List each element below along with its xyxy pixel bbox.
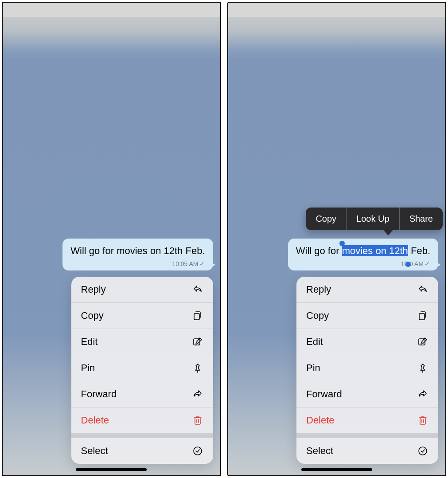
menu-label: Select	[306, 445, 333, 457]
menu-item-reply[interactable]: Reply	[296, 277, 438, 303]
menu-divider	[296, 434, 438, 438]
message-text: Will go for movies on 12th Feb.	[70, 245, 205, 256]
selection-start-handle[interactable]	[339, 241, 345, 246]
menu-label: Forward	[81, 388, 117, 400]
content-area: Will go for movies on 12th Feb. 10:05 AM…	[3, 239, 220, 475]
message-time-right: AM	[413, 260, 424, 267]
menu-label: Delete	[306, 415, 335, 426]
menu-item-select[interactable]: Select	[296, 438, 438, 464]
message-meta: 10:05 AM✓	[70, 259, 205, 268]
menu-label: Edit	[306, 336, 323, 348]
screenshot-right: Copy Look Up Share Will go for movies on…	[227, 2, 447, 476]
copies-icon	[417, 310, 429, 321]
menu-label: Forward	[306, 388, 342, 400]
pin-icon	[417, 362, 429, 374]
content-area: Copy Look Up Share Will go for movies on…	[228, 239, 446, 475]
message-time: 10:05 AM	[172, 260, 198, 267]
menu-item-delete[interactable]: Delete	[71, 407, 213, 434]
selected-text[interactable]: movies on 12th	[342, 245, 408, 256]
message-bubble[interactable]: Copy Look Up Share Will go for movies on…	[288, 239, 438, 270]
message-text-prefix: Will go for	[296, 245, 342, 256]
menu-item-pin[interactable]: Pin	[71, 355, 213, 381]
callout-lookup[interactable]: Look Up	[347, 208, 399, 230]
trash-icon	[417, 415, 429, 426]
sent-check-icon: ✓	[425, 260, 430, 267]
menu-item-forward[interactable]: Forward	[71, 381, 213, 407]
trash-icon	[192, 415, 203, 426]
menu-item-edit[interactable]: Edit	[71, 329, 213, 355]
text-selection-callout: Copy Look Up Share	[306, 208, 443, 230]
menu-label: Copy	[81, 310, 104, 321]
menu-label: Select	[81, 445, 108, 457]
compose-icon	[417, 336, 429, 348]
forward-icon	[417, 388, 429, 400]
context-menu: Reply Copy Edit Pin Forward Delete	[71, 277, 213, 464]
menu-label: Reply	[81, 284, 106, 295]
menu-label: Pin	[306, 362, 320, 374]
pin-icon	[192, 362, 203, 374]
callout-copy[interactable]: Copy	[306, 208, 346, 230]
menu-divider	[71, 434, 213, 438]
message-text-suffix: Feb.	[408, 245, 430, 256]
menu-item-forward[interactable]: Forward	[296, 381, 438, 407]
menu-item-delete[interactable]: Delete	[296, 407, 438, 434]
menu-label: Copy	[306, 310, 329, 321]
sent-check-icon: ✓	[199, 260, 205, 267]
selection-content: movies on 12th	[342, 245, 408, 256]
menu-item-select[interactable]: Select	[71, 438, 213, 464]
select-icon	[417, 445, 429, 457]
home-indicator[interactable]	[301, 468, 372, 471]
menu-item-copy[interactable]: Copy	[296, 303, 438, 329]
menu-label: Edit	[81, 336, 98, 348]
menu-item-pin[interactable]: Pin	[296, 355, 438, 381]
callout-share[interactable]: Share	[400, 208, 443, 230]
copies-icon	[192, 310, 203, 321]
menu-label: Pin	[81, 362, 95, 374]
message-bubble[interactable]: Will go for movies on 12th Feb. 10:05 AM…	[62, 239, 213, 270]
compose-icon	[192, 336, 203, 348]
menu-item-edit[interactable]: Edit	[296, 329, 438, 355]
home-indicator[interactable]	[76, 468, 147, 471]
screenshot-left: Will go for movies on 12th Feb. 10:05 AM…	[2, 2, 221, 476]
menu-label: Reply	[306, 284, 331, 295]
reply-icon	[192, 284, 203, 295]
context-menu: Reply Copy Edit Pin Forward Delete	[296, 277, 438, 464]
select-icon	[192, 445, 203, 457]
menu-label: Delete	[81, 415, 109, 426]
forward-icon	[192, 388, 203, 400]
selection-end-handle[interactable]	[405, 262, 411, 267]
menu-item-reply[interactable]: Reply	[71, 277, 213, 303]
menu-item-copy[interactable]: Copy	[71, 303, 213, 329]
reply-icon	[417, 284, 429, 295]
